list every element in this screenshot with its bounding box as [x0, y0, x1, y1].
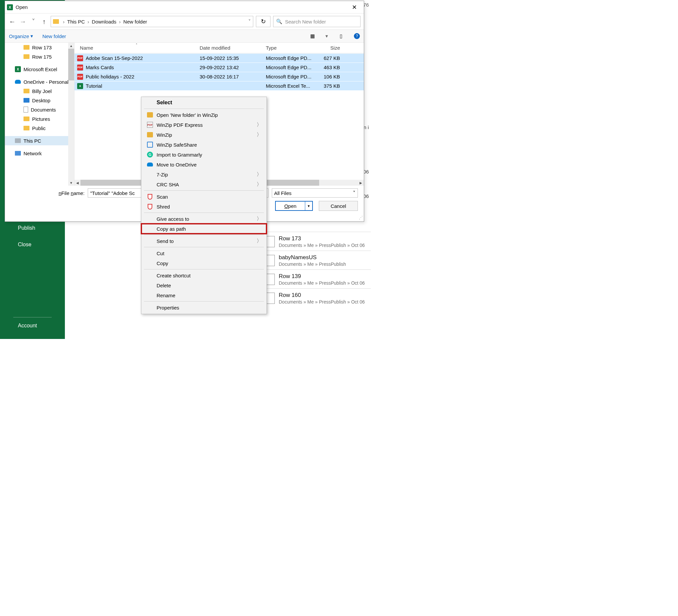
file-row[interactable]: PDFAdobe Scan 15-Sep-2022 15-09-2022 15:… — [74, 53, 364, 63]
tree-billy-joel[interactable]: Billy Joel — [5, 86, 74, 95]
address-bar[interactable]: › This PC › Downloads › New folder ˅ — [51, 16, 253, 27]
file-row[interactable]: PDFPublic holidays - 2022 30-08-2022 16:… — [74, 72, 364, 81]
menu-separator — [144, 247, 264, 247]
recent-item[interactable]: Row 173 Documents » Me » PressPublish » … — [265, 232, 371, 251]
search-input[interactable]: 🔍 Search New folder — [273, 16, 361, 27]
resize-grip[interactable]: ⋰ — [359, 217, 363, 221]
tree-microsoft-excel[interactable]: XMicrosoft Excel — [5, 65, 74, 74]
scroll-thumb[interactable] — [68, 49, 74, 80]
mi-delete[interactable]: Delete — [141, 280, 266, 290]
tree-row-173[interactable]: Row 173 — [5, 43, 74, 52]
chevron-right-icon: › — [86, 19, 90, 25]
tree-documents[interactable]: Documents — [5, 105, 74, 114]
dialog-title: Open — [15, 4, 347, 10]
chevron-down-icon[interactable]: ▾ — [326, 33, 328, 39]
mi-shred[interactable]: Shred — [141, 202, 266, 211]
close-button[interactable]: ✕ — [347, 1, 362, 13]
header-date[interactable]: Date modified — [197, 45, 263, 51]
mi-copy[interactable]: Copy — [141, 258, 266, 268]
desktop-icon — [24, 98, 30, 103]
new-folder-button[interactable]: New folder — [42, 33, 66, 39]
organize-button[interactable]: Organize ▾ — [9, 33, 33, 39]
mi-create-shortcut[interactable]: Create shortcut — [141, 270, 266, 280]
scroll-up-icon[interactable]: ▲ — [68, 43, 74, 49]
mi-rename[interactable]: Rename — [141, 290, 266, 300]
tree-pictures[interactable]: Pictures — [5, 114, 74, 123]
documents-icon — [24, 107, 28, 113]
backstage-close[interactable]: Close — [0, 238, 65, 251]
crumb-newfolder[interactable]: New folder — [123, 19, 147, 25]
recent-path: Documents » Me » PressPublish » Oct 06 — [279, 299, 371, 305]
backstage-account[interactable]: Account — [0, 319, 65, 332]
tree-desktop[interactable]: Desktop — [5, 95, 74, 105]
tree-scrollbar[interactable]: ▲ ▼ — [68, 43, 74, 186]
header-name[interactable]: Name˄ — [74, 45, 197, 51]
mi-winzip-safeshare[interactable]: WinZip SafeShare — [141, 140, 266, 150]
mi-open-in-winzip[interactable]: Open 'New folder' in WinZip — [141, 110, 266, 120]
grammarly-icon: G — [147, 152, 153, 158]
preview-pane-button[interactable]: ▯ — [337, 32, 345, 40]
help-button[interactable]: ? — [354, 33, 360, 39]
toolbar: Organize ▾ New folder ▦ ▾ ▯ ? — [5, 30, 364, 43]
scroll-down-icon[interactable]: ▼ — [68, 180, 74, 186]
chevron-right-icon: › — [62, 19, 66, 25]
chevron-right-icon: 〉 — [257, 131, 262, 138]
tree-network[interactable]: Network — [5, 149, 74, 158]
recent-item[interactable]: babyNamesUS Documents » Me » PressPublis… — [265, 251, 371, 269]
tree-public[interactable]: Public — [5, 123, 74, 133]
mi-cut[interactable]: Cut — [141, 248, 266, 258]
mi-crc-sha[interactable]: CRC SHA〉 — [141, 180, 266, 189]
navigation-tree[interactable]: Row 173 Row 175 XMicrosoft Excel OneDriv… — [5, 43, 74, 186]
recent-item[interactable]: Row 139 Documents » Me » PressPublish » … — [265, 269, 371, 288]
recent-locations-button[interactable]: ˅ — [30, 17, 37, 26]
back-button[interactable]: ← — [8, 17, 16, 26]
crumb-downloads[interactable]: Downloads — [92, 19, 116, 25]
crumb-thispc[interactable]: This PC — [67, 19, 85, 25]
mi-send-to[interactable]: Send to〉 — [141, 236, 266, 246]
file-row[interactable]: XTutorial Microsoft Excel Te... 375 KB — [74, 81, 364, 90]
filename-label: nFile name:File name: — [59, 190, 84, 196]
mi-scan[interactable]: Scan — [141, 192, 266, 202]
menu-separator — [144, 190, 264, 191]
onedrive-icon — [15, 80, 21, 84]
winzip-pdf-icon: PDF — [147, 122, 153, 128]
view-options-button[interactable]: ▦ — [309, 32, 316, 40]
cancel-button[interactable]: Cancel — [319, 201, 358, 211]
scroll-right-icon[interactable]: ▶ — [358, 180, 364, 186]
excel-file-icon: X — [77, 83, 83, 89]
mi-give-access-to[interactable]: Give access to〉 — [141, 214, 266, 224]
nav-row: ← → ˅ ↑ › This PC › Downloads › New fold… — [5, 13, 364, 30]
chevron-right-icon: 〉 — [257, 121, 262, 128]
column-headers[interactable]: Name˄ Date modified Type Size — [74, 43, 364, 53]
tree-row-175[interactable]: Row 175 — [5, 52, 74, 61]
mi-7zip[interactable]: 7-Zip〉 — [141, 169, 266, 180]
forward-button[interactable]: → — [19, 17, 27, 26]
open-split-button[interactable]: Open ▼ — [275, 201, 313, 211]
recent-path: Documents » Me » PressPublish » Oct 06 — [279, 280, 371, 286]
refresh-button[interactable]: ↻ — [256, 16, 270, 27]
menu-separator — [144, 213, 264, 213]
recent-item[interactable]: Row 160 Documents » Me » PressPublish » … — [265, 288, 371, 307]
header-type[interactable]: Type — [263, 45, 319, 51]
mi-properties[interactable]: Properties — [141, 303, 266, 312]
up-button[interactable]: ↑ — [40, 17, 48, 26]
winzip-icon — [147, 112, 153, 117]
file-row[interactable]: PDFMarks Cards 29-09-2022 13:42 Microsof… — [74, 63, 364, 72]
chevron-down-icon[interactable]: ˅ — [248, 18, 251, 25]
folder-icon — [24, 45, 30, 50]
mi-winzip-pdf-express[interactable]: PDFWinZip PDF Express〉 — [141, 120, 266, 130]
pdf-icon: PDF — [77, 55, 83, 61]
mi-copy-as-path[interactable]: Copy as path — [141, 224, 266, 234]
backstage-publish[interactable]: Publish — [0, 222, 65, 234]
header-size[interactable]: Size — [319, 45, 343, 51]
open-dropdown[interactable]: ▼ — [305, 202, 312, 210]
mi-winzip[interactable]: WinZip〉 — [141, 130, 266, 140]
file-type-filter[interactable]: All Files˅ — [272, 188, 358, 198]
scroll-left-icon[interactable]: ◀ — [74, 180, 80, 186]
folder-icon — [53, 19, 59, 24]
open-button[interactable]: Open — [276, 202, 305, 210]
mi-move-to-onedrive[interactable]: Move to OneDrive — [141, 159, 266, 169]
tree-onedrive[interactable]: OneDrive - Personal — [5, 77, 74, 86]
mi-import-grammarly[interactable]: GImport to Grammarly — [141, 150, 266, 159]
tree-this-pc[interactable]: This PC — [5, 136, 74, 145]
